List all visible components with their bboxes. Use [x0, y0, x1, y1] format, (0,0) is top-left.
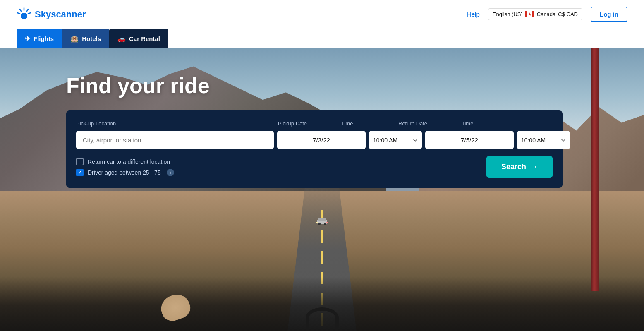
svg-line-5: [17, 13, 20, 14]
svg-line-2: [27, 9, 28, 11]
return-different-checkbox[interactable]: [76, 158, 84, 166]
hero-title: Find your ride: [66, 73, 578, 98]
car-rental-icon: 🚗: [117, 35, 126, 43]
logo-icon: [17, 7, 31, 22]
help-link[interactable]: Help: [467, 11, 480, 18]
pickup-time-select[interactable]: 8:00 AM 9:00 AM 10:00 AM 11:00 AM 12:00 …: [369, 131, 422, 149]
search-form: Pick-up Location Pickup Date Time Return…: [66, 110, 563, 188]
currency-text: C$ CAD: [558, 11, 578, 17]
return-date-input[interactable]: [425, 131, 514, 149]
hero-content: Find your ride Pick-up Location Pickup D…: [0, 73, 644, 188]
return-time-label: Time: [462, 120, 515, 127]
driver-age-info-icon[interactable]: i: [167, 169, 174, 176]
search-button[interactable]: Search →: [486, 156, 553, 178]
logo: Skyscanner: [17, 7, 86, 22]
svg-line-3: [28, 13, 31, 14]
svg-rect-15: [326, 222, 328, 223]
svg-rect-11: [318, 218, 326, 221]
canada-flag-icon: [525, 11, 534, 17]
tab-flights[interactable]: ✈ Flights: [17, 29, 62, 48]
return-different-label: Return car to a different location: [88, 158, 170, 165]
login-button[interactable]: Log in: [591, 7, 627, 22]
return-different-checkbox-row[interactable]: Return car to a different location: [76, 158, 174, 166]
country-text: Canada: [537, 11, 556, 17]
locale-text: English (US): [493, 11, 523, 17]
driver-age-checkbox[interactable]: ✓: [76, 169, 84, 176]
header: Skyscanner Help English (US) Canada C$ C…: [0, 0, 644, 29]
arrow-right-icon: →: [530, 163, 538, 171]
tab-car-rental[interactable]: 🚗 Car Rental: [109, 29, 168, 48]
form-options: Return car to a different location ✓ Dri…: [76, 156, 553, 178]
svg-rect-7: [525, 11, 527, 17]
hotels-icon: 🏨: [70, 35, 79, 43]
nav-tabs: ✈ Flights 🏨 Hotels 🚗 Car Rental: [0, 29, 644, 48]
tab-hotels-label: Hotels: [82, 35, 101, 42]
tab-flights-label: Flights: [34, 35, 54, 42]
form-checkboxes: Return car to a different location ✓ Dri…: [76, 158, 174, 176]
svg-point-0: [21, 13, 27, 19]
header-right: Help English (US) Canada C$ CAD Log in: [467, 7, 627, 22]
svg-rect-14: [316, 222, 318, 223]
tab-car-rental-label: Car Rental: [129, 35, 160, 42]
form-inputs: 8:00 AM 9:00 AM 10:00 AM 11:00 AM 12:00 …: [76, 131, 553, 149]
driver-age-label: Driver aged between 25 - 75: [88, 169, 161, 176]
logo-text: Skyscanner: [35, 9, 86, 20]
pickup-date-label: Pickup Date: [278, 120, 338, 127]
steering-wheel: [306, 307, 339, 328]
locale-selector[interactable]: English (US) Canada C$ CAD: [488, 8, 582, 20]
pickup-date-input[interactable]: [277, 131, 366, 149]
distant-car: [316, 216, 328, 226]
tab-hotels[interactable]: 🏨 Hotels: [62, 29, 109, 48]
driver-age-checkbox-row[interactable]: ✓ Driver aged between 25 - 75 i: [76, 169, 174, 176]
return-time-select[interactable]: 8:00 AM 9:00 AM 10:00 AM 11:00 AM 12:00 …: [517, 131, 570, 149]
hero-section: Find your ride Pick-up Location Pickup D…: [0, 48, 644, 331]
return-date-label: Return Date: [398, 120, 458, 127]
pickup-time-label: Time: [341, 120, 395, 127]
pickup-location-label: Pick-up Location: [76, 120, 275, 127]
pickup-location-input[interactable]: [76, 131, 274, 149]
svg-line-4: [20, 9, 21, 11]
search-label: Search: [501, 163, 526, 171]
form-labels: Pick-up Location Pickup Date Time Return…: [76, 120, 553, 127]
flights-icon: ✈: [25, 35, 30, 43]
svg-rect-8: [532, 11, 534, 17]
checkmark-icon: ✓: [78, 170, 82, 175]
